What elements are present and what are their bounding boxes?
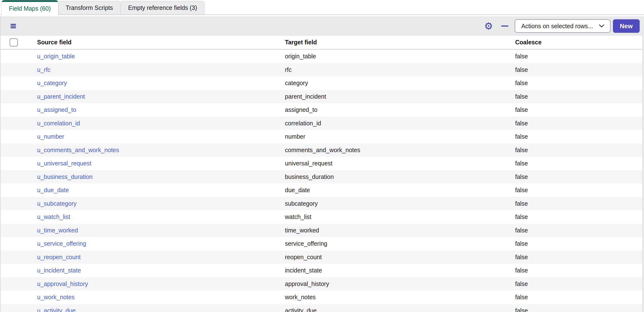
source-field-link[interactable]: u_time_worked bbox=[37, 227, 78, 234]
actions-dropdown-value: Actions on selected rows... bbox=[522, 23, 599, 30]
target-field-cell: category bbox=[285, 80, 515, 87]
source-field-link[interactable]: u_correlation_id bbox=[37, 120, 80, 127]
chevron-down-icon bbox=[599, 24, 604, 28]
table-row: u_rfc rfc false bbox=[0, 63, 644, 77]
source-field-link[interactable]: u_subcategory bbox=[37, 200, 76, 207]
gear-icon[interactable]: ⚙ bbox=[484, 21, 493, 31]
source-field-link[interactable]: u_reopen_count bbox=[37, 254, 81, 261]
coalesce-cell: false bbox=[515, 66, 644, 73]
source-field-link[interactable]: u_number bbox=[37, 133, 64, 140]
target-field-cell: number bbox=[285, 133, 515, 140]
vertical-scrollbar[interactable] bbox=[642, 32, 644, 312]
source-field-link[interactable]: u_service_offering bbox=[37, 240, 86, 247]
table-row: u_watch_list watch_list false bbox=[0, 210, 644, 224]
target-field-cell: universal_request bbox=[285, 160, 515, 167]
source-field-link[interactable]: u_business_duration bbox=[37, 173, 93, 180]
target-field-cell: correlation_id bbox=[285, 120, 515, 127]
table-row: u_comments_and_work_notes comments_and_w… bbox=[0, 143, 644, 157]
coalesce-cell: false bbox=[515, 294, 644, 301]
coalesce-cell: false bbox=[515, 93, 644, 100]
source-field-link[interactable]: u_activity_due bbox=[37, 307, 76, 312]
column-header-coalesce[interactable]: Coalesce bbox=[515, 39, 644, 46]
coalesce-cell: false bbox=[515, 200, 644, 207]
coalesce-cell: false bbox=[515, 307, 644, 312]
target-field-cell: watch_list bbox=[285, 213, 515, 220]
tab-bar: Field Maps (60) Transform Scripts Empty … bbox=[0, 0, 644, 15]
table-header-row: Source field Target field Coalesce bbox=[0, 36, 644, 50]
list-toolbar: ⚙ Actions on selected rows... New bbox=[0, 17, 644, 36]
target-field-cell: time_worked bbox=[285, 227, 515, 234]
target-field-cell: comments_and_work_notes bbox=[285, 147, 515, 154]
table-row: u_subcategory subcategory false bbox=[0, 197, 644, 210]
source-field-link[interactable]: u_due_date bbox=[37, 187, 69, 194]
coalesce-cell: false bbox=[515, 173, 644, 180]
target-field-cell: service_offering bbox=[285, 240, 515, 247]
table-row: u_service_offering service_offering fals… bbox=[0, 237, 644, 250]
select-all-checkbox[interactable] bbox=[10, 38, 18, 47]
column-header-target-field[interactable]: Target field bbox=[285, 39, 515, 46]
source-field-link[interactable]: u_universal_request bbox=[37, 160, 91, 167]
target-field-cell: rfc bbox=[285, 66, 515, 73]
target-field-cell: approval_history bbox=[285, 280, 515, 287]
coalesce-cell: false bbox=[515, 187, 644, 194]
table-row: u_universal_request universal_request fa… bbox=[0, 157, 644, 170]
actions-dropdown[interactable]: Actions on selected rows... bbox=[515, 19, 610, 33]
minus-icon[interactable] bbox=[501, 26, 508, 27]
new-button[interactable]: New bbox=[613, 19, 640, 33]
coalesce-cell: false bbox=[515, 133, 644, 140]
tab-empty-reference-fields[interactable]: Empty reference fields (3) bbox=[121, 1, 204, 15]
table-body: u_origin_table origin_table false u_rfc … bbox=[0, 50, 644, 312]
target-field-cell: assigned_to bbox=[285, 106, 515, 113]
source-field-link[interactable]: u_incident_state bbox=[37, 267, 81, 274]
coalesce-cell: false bbox=[515, 160, 644, 167]
target-field-cell: business_duration bbox=[285, 173, 515, 180]
source-field-link[interactable]: u_assigned_to bbox=[37, 106, 76, 113]
target-field-cell: activity_due bbox=[285, 307, 515, 312]
coalesce-cell: false bbox=[515, 254, 644, 261]
table-row: u_origin_table origin_table false bbox=[0, 50, 644, 63]
coalesce-cell: false bbox=[515, 240, 644, 247]
coalesce-cell: false bbox=[515, 106, 644, 113]
coalesce-cell: false bbox=[515, 120, 644, 127]
table-row: u_work_notes work_notes false bbox=[0, 290, 644, 304]
menu-icon[interactable] bbox=[10, 24, 16, 28]
table-row: u_due_date due_date false bbox=[0, 183, 644, 197]
table-row: u_activity_due activity_due false bbox=[0, 304, 644, 312]
coalesce-cell: false bbox=[515, 53, 644, 60]
target-field-cell: subcategory bbox=[285, 200, 515, 207]
table-row: u_reopen_count reopen_count false bbox=[0, 250, 644, 264]
source-field-link[interactable]: u_watch_list bbox=[37, 213, 70, 220]
target-field-cell: parent_incident bbox=[285, 93, 515, 100]
target-field-cell: due_date bbox=[285, 187, 515, 194]
table-row: u_incident_state incident_state false bbox=[0, 264, 644, 277]
target-field-cell: origin_table bbox=[285, 53, 515, 60]
table-row: u_assigned_to assigned_to false bbox=[0, 103, 644, 117]
source-field-link[interactable]: u_origin_table bbox=[37, 53, 75, 60]
table-row: u_correlation_id correlation_id false bbox=[0, 117, 644, 130]
source-field-link[interactable]: u_comments_and_work_notes bbox=[37, 147, 119, 154]
table-row: u_number number false bbox=[0, 130, 644, 143]
table-row: u_business_duration business_duration fa… bbox=[0, 170, 644, 184]
coalesce-cell: false bbox=[515, 147, 644, 154]
source-field-link[interactable]: u_category bbox=[37, 80, 67, 87]
source-field-link[interactable]: u_parent_incident bbox=[37, 93, 85, 100]
coalesce-cell: false bbox=[515, 267, 644, 274]
table-row: u_category category false bbox=[0, 76, 644, 90]
target-field-cell: incident_state bbox=[285, 267, 515, 274]
column-header-source-field[interactable]: Source field bbox=[37, 39, 285, 46]
coalesce-cell: false bbox=[515, 227, 644, 234]
tab-transform-scripts[interactable]: Transform Scripts bbox=[58, 1, 120, 15]
coalesce-cell: false bbox=[515, 280, 644, 287]
table-row: u_time_worked time_worked false bbox=[0, 224, 644, 237]
table-row: u_approval_history approval_history fals… bbox=[0, 277, 644, 291]
target-field-cell: reopen_count bbox=[285, 254, 515, 261]
coalesce-cell: false bbox=[515, 213, 644, 220]
tab-field-maps[interactable]: Field Maps (60) bbox=[2, 0, 58, 15]
coalesce-cell: false bbox=[515, 80, 644, 87]
source-field-link[interactable]: u_work_notes bbox=[37, 294, 75, 301]
source-field-link[interactable]: u_approval_history bbox=[37, 280, 88, 287]
source-field-link[interactable]: u_rfc bbox=[37, 66, 50, 73]
table-row: u_parent_incident parent_incident false bbox=[0, 90, 644, 103]
field-maps-panel: ⚙ Actions on selected rows... New Source… bbox=[0, 17, 644, 312]
target-field-cell: work_notes bbox=[285, 294, 515, 301]
